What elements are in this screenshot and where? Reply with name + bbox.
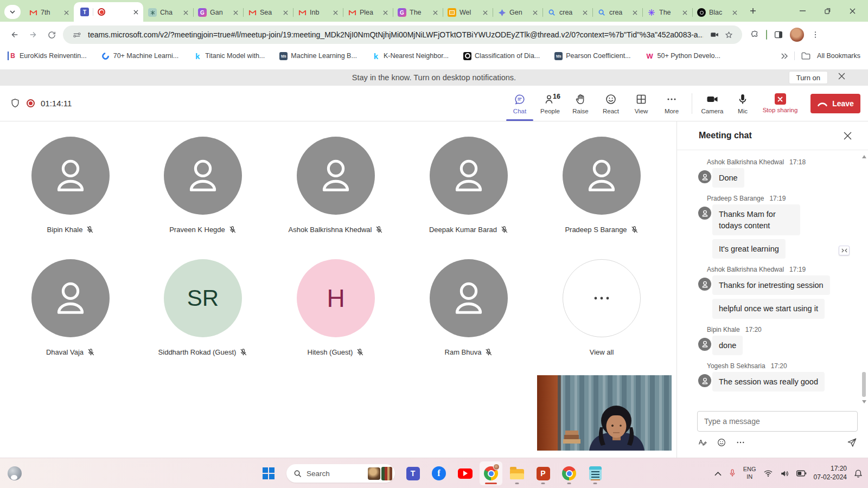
clock[interactable]: 17:2007-02-2024 <box>814 465 847 481</box>
taskbar-teams-icon[interactable] <box>401 461 424 485</box>
taskbar-facebook-icon[interactable] <box>427 461 450 485</box>
tab-close-icon[interactable] <box>730 8 739 17</box>
browser-tab[interactable]: The <box>393 3 443 22</box>
participant-tile[interactable]: H Hitesh (Guest) <box>273 259 398 356</box>
participant-tile[interactable]: Ashok Balkrishna Khedwal <box>273 137 398 234</box>
format-icon[interactable] <box>697 437 707 447</box>
taskbar-powerpoint-icon[interactable] <box>532 461 554 485</box>
banner-close-icon[interactable] <box>838 73 845 80</box>
browser-tab-active-teams[interactable] <box>74 2 143 22</box>
volume-icon[interactable] <box>780 470 789 478</box>
wifi-icon[interactable] <box>763 470 773 477</box>
bookmarks-overflow-icon[interactable] <box>781 53 788 59</box>
participant-tile[interactable]: Bipin Khale <box>8 137 133 234</box>
tab-close-icon[interactable] <box>630 8 639 17</box>
all-bookmarks-label[interactable]: All Bookmarks <box>817 52 860 60</box>
leave-button[interactable]: Leave <box>810 94 860 113</box>
browser-tab[interactable]: Plea <box>343 3 393 22</box>
people-button[interactable]: 16 People <box>535 86 565 121</box>
browser-tab[interactable]: 7th <box>24 3 74 22</box>
bookmark-star-icon[interactable] <box>722 28 736 42</box>
participant-tile[interactable]: Pradeep S Barange <box>539 137 664 234</box>
tab-close-icon[interactable] <box>131 8 140 16</box>
browser-tab[interactable]: Inb <box>293 3 343 22</box>
composer-more-icon[interactable] <box>736 438 745 447</box>
chat-button[interactable]: Chat <box>505 86 535 121</box>
view-button[interactable]: View <box>626 86 656 121</box>
taskbar-explorer-icon[interactable] <box>506 461 528 485</box>
site-controls-icon[interactable] <box>69 28 84 42</box>
chat-message-list[interactable]: Ashok Balkrishna Khedwal17:18 Done Prade… <box>697 151 852 406</box>
back-button[interactable] <box>5 25 24 44</box>
battery-icon[interactable] <box>796 470 807 477</box>
bookmark-item[interactable]: Pearson Coefficient... <box>554 52 630 60</box>
emoji-icon[interactable] <box>717 438 726 447</box>
new-tab-button[interactable] <box>745 3 761 18</box>
tab-close-icon[interactable] <box>680 8 689 17</box>
tab-search-button[interactable] <box>4 5 21 19</box>
tab-capture-camera-icon[interactable] <box>707 28 722 42</box>
tab-close-icon[interactable] <box>62 8 71 17</box>
start-button[interactable] <box>257 461 280 485</box>
notification-bell-icon[interactable] <box>854 469 863 478</box>
participant-tile[interactable]: Ram Bhuva <box>406 259 531 356</box>
scrollbar-thumb[interactable] <box>862 372 866 397</box>
participant-tile[interactable]: Praveen K Hegde <box>141 137 265 234</box>
reload-button[interactable] <box>42 25 61 44</box>
browser-tab[interactable]: Gan <box>193 3 243 22</box>
browser-tab[interactable]: Gen <box>493 3 542 22</box>
stop-sharing-button[interactable]: Stop sharing <box>758 86 802 121</box>
address-bar[interactable]: teams.microsoft.com/v2/?meetingjoin=true… <box>63 25 742 44</box>
participant-tile[interactable]: Deepak Kumar Barad <box>406 137 531 234</box>
taskbar-chrome-icon[interactable] <box>558 461 580 485</box>
taskbar-chrome-icon-active[interactable] <box>480 461 502 485</box>
browser-tab[interactable]: crea <box>592 3 642 22</box>
window-minimize-button[interactable] <box>790 0 815 22</box>
participant-tile[interactable]: SR Siddharth Rokad (Guest) <box>141 259 265 356</box>
all-bookmarks-folder-icon[interactable] <box>801 52 810 60</box>
tab-close-icon[interactable] <box>331 8 340 17</box>
camera-button[interactable]: Camera <box>697 86 727 121</box>
tab-close-icon[interactable] <box>281 8 290 17</box>
tab-close-icon[interactable] <box>580 8 589 17</box>
bookmark-item[interactable]: Classification of Dia... <box>463 52 540 60</box>
search-highlight-image[interactable] <box>368 467 380 480</box>
window-close-button[interactable] <box>840 0 865 22</box>
taskbar-search-box[interactable]: Search <box>286 464 395 483</box>
send-icon[interactable] <box>846 436 858 448</box>
react-button[interactable]: React <box>596 86 626 121</box>
window-restore-button[interactable] <box>815 0 840 22</box>
browser-tab[interactable]: The <box>642 3 692 22</box>
extensions-icon[interactable] <box>748 28 762 42</box>
side-panel-icon[interactable] <box>771 28 786 42</box>
scroll-down-icon[interactable] <box>862 400 866 403</box>
browser-menu-icon[interactable] <box>808 28 822 42</box>
profile-avatar[interactable] <box>790 28 804 42</box>
browser-tab[interactable]: Cha <box>143 3 193 22</box>
bookmark-item[interactable]: Machine Learning B... <box>279 52 357 60</box>
browser-tab[interactable]: Blac <box>692 3 742 22</box>
search-highlight-image[interactable] <box>381 467 392 480</box>
taskbar-notepad-icon[interactable] <box>584 461 607 485</box>
participant-tile[interactable]: Dhaval Vaja <box>8 259 133 356</box>
tab-close-icon[interactable] <box>181 8 190 17</box>
raise-hand-button[interactable]: Raise <box>565 86 596 121</box>
language-indicator[interactable]: ENGIN <box>743 466 756 481</box>
taskbar-youtube-icon[interactable] <box>454 461 476 485</box>
tab-close-icon[interactable] <box>531 8 539 17</box>
tab-close-icon[interactable] <box>381 8 390 17</box>
chat-scrollbar[interactable] <box>861 155 866 403</box>
chat-close-icon[interactable] <box>844 132 852 140</box>
bookmark-item[interactable]: EuroKids Reinventin... <box>8 52 87 60</box>
self-view-video[interactable] <box>537 375 672 451</box>
tab-close-icon[interactable] <box>431 8 439 17</box>
mic-button[interactable]: Mic <box>727 86 758 121</box>
view-all-tile[interactable]: View all <box>539 259 664 356</box>
browser-tab[interactable]: Wel <box>443 3 493 22</box>
message-input[interactable] <box>697 411 858 432</box>
bookmark-item[interactable]: 50+ Python Develo... <box>646 52 720 60</box>
browser-tab[interactable]: crea <box>542 3 592 22</box>
panel-resize-handle[interactable] <box>839 246 850 255</box>
tab-close-icon[interactable] <box>231 8 240 17</box>
tray-mic-icon[interactable] <box>729 468 736 478</box>
